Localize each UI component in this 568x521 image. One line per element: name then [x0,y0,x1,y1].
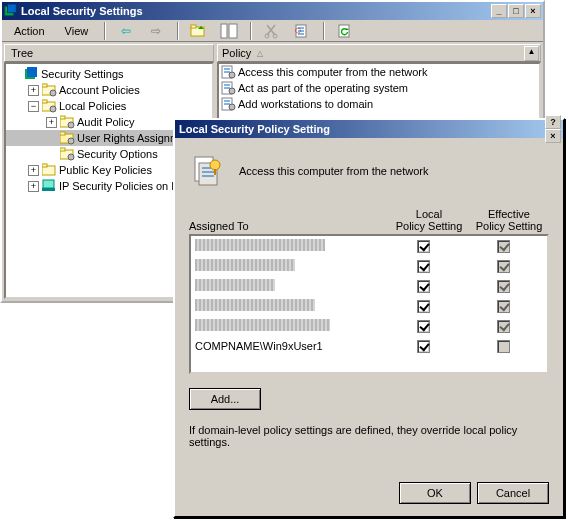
tree-item-label: Security Settings [41,68,124,80]
assigned-to-row[interactable] [191,296,547,316]
scroll-up-button[interactable]: ▲ [524,46,539,61]
menu-view[interactable]: View [59,23,95,39]
policy-list-item[interactable]: Add workstations to domain [219,96,539,112]
dialog-close-button[interactable]: × [545,129,561,143]
assigned-to-list[interactable]: COMPNAME\Win9xUser1 [189,234,549,374]
policy-item-label: Access this computer from the network [238,66,428,78]
up-folder-icon[interactable] [188,21,210,41]
dialog-titlebar[interactable]: Local Security Policy Setting ? × [175,120,563,138]
dialog-column-headers: Assigned To LocalPolicy Setting Effectiv… [189,208,549,232]
local-policy-checkbox[interactable] [417,240,430,253]
folder-icon [42,163,56,177]
help-button[interactable]: ? [545,115,561,129]
local-policy-checkbox[interactable] [417,260,430,273]
assigned-to-row[interactable] [191,256,547,276]
local-policy-checkbox[interactable] [417,300,430,313]
folder-gear-icon [42,99,56,113]
close-button[interactable]: × [525,4,541,18]
effective-policy-checkbox [497,240,510,253]
policy-column-header[interactable]: Policy △ ▲ [217,44,541,62]
tree-tab[interactable]: Tree [4,44,214,62]
effective-policy-checkbox [497,260,510,273]
menu-action[interactable]: Action [8,23,51,39]
refresh-icon[interactable] [334,21,356,41]
main-titlebar[interactable]: Local Security Settings _ □ × [2,2,543,20]
tree-spacer [46,149,57,160]
add-button[interactable]: Add... [189,388,261,410]
properties-icon[interactable] [291,21,313,41]
cancel-button[interactable]: Cancel [477,482,549,504]
svg-point-45 [229,104,235,110]
assigned-to-name [195,239,383,253]
policy-setting-dialog: Local Security Policy Setting ? × Access… [173,118,565,518]
tree-spacer [10,69,21,80]
local-policy-checkbox[interactable] [417,280,430,293]
forward-button[interactable]: ⇨ [145,21,167,41]
show-hide-tree-icon[interactable] [218,21,240,41]
assigned-to-row[interactable]: COMPNAME\Win9xUser1 [191,336,547,356]
local-policy-checkbox[interactable] [417,340,430,353]
tree-item[interactable]: Security Settings [6,66,212,82]
svg-point-51 [210,160,220,170]
app-icon [4,4,18,18]
svg-rect-1 [8,4,17,13]
svg-rect-16 [42,84,47,87]
policy-icon [193,155,225,187]
assigned-to-header: Assigned To [189,208,389,232]
toolbar: Action View ⇦ ⇨ [2,20,543,42]
ok-button[interactable]: OK [399,482,471,504]
svg-rect-22 [60,116,65,119]
netbook-icon [42,179,56,193]
assigned-to-name [195,319,383,333]
effective-policy-checkbox [497,340,510,353]
folder-gear-icon [42,83,56,97]
svg-point-23 [68,122,74,128]
maximize-button[interactable]: □ [508,4,524,18]
expand-icon[interactable]: + [46,117,57,128]
expand-icon[interactable]: + [28,181,39,192]
local-policy-header: LocalPolicy Setting [389,208,469,232]
effective-policy-checkbox [497,300,510,313]
tree-item-label: Local Policies [59,100,126,112]
dialog-title: Local Security Policy Setting [179,123,545,135]
main-title: Local Security Settings [21,5,491,17]
expand-icon[interactable]: + [28,85,39,96]
assigned-to-row[interactable] [191,316,547,336]
policy-list-item[interactable]: Act as part of the operating system [219,80,539,96]
assigned-to-name [195,279,383,293]
policy-name: Access this computer from the network [239,165,429,177]
policy-item-label: Add workstations to domain [238,98,373,110]
override-note: If domain-level policy settings are defi… [189,424,549,448]
folder-gear-icon [60,147,74,161]
svg-rect-31 [42,164,47,167]
svg-point-26 [68,138,74,144]
assigned-to-name [195,259,383,273]
tree-item[interactable]: +Account Policies [6,82,212,98]
svg-point-41 [229,88,235,94]
assigned-to-row[interactable] [191,276,547,296]
svg-rect-25 [60,132,65,135]
cut-icon[interactable] [261,21,283,41]
assigned-to-row[interactable] [191,236,547,256]
svg-point-17 [50,90,56,96]
svg-rect-32 [43,180,54,188]
svg-rect-5 [229,24,237,38]
local-policy-checkbox[interactable] [417,320,430,333]
policy-item-icon [221,97,235,111]
sort-asc-icon: △ [257,49,263,58]
tree-item-label: Audit Policy [77,116,134,128]
folder-gear-open-icon [60,131,74,145]
minimize-button[interactable]: _ [491,4,507,18]
tree-item-label: Account Policies [59,84,140,96]
back-button[interactable]: ⇦ [115,21,137,41]
policy-item-icon [221,65,235,79]
svg-point-29 [68,154,74,160]
effective-policy-header: EffectivePolicy Setting [469,208,549,232]
policy-list-item[interactable]: Access this computer from the network [219,64,539,80]
tree-spacer [46,133,57,144]
expand-icon[interactable]: + [28,165,39,176]
svg-rect-52 [214,169,216,175]
tree-item[interactable]: −Local Policies [6,98,212,114]
collapse-icon[interactable]: − [28,101,39,112]
assigned-to-name: COMPNAME\Win9xUser1 [195,340,383,352]
